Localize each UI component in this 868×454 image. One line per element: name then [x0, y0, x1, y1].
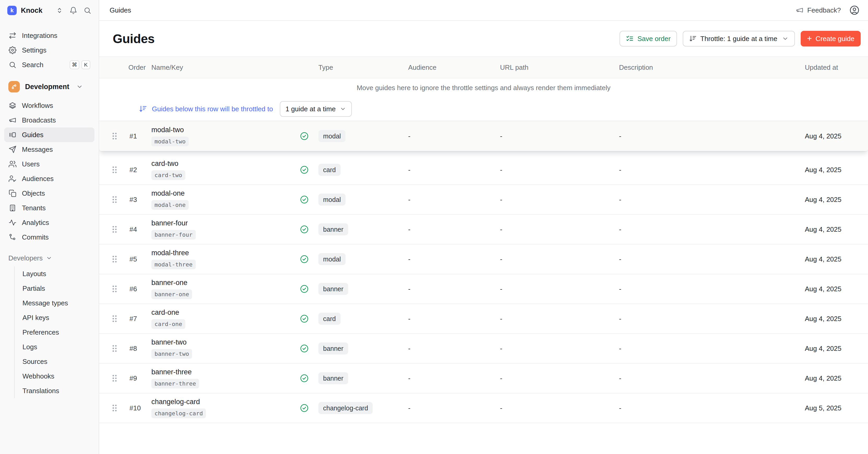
- sidebar-item-message-types[interactable]: Message types: [14, 296, 99, 310]
- sidebar-item-label: Analytics: [22, 219, 49, 227]
- table-row[interactable]: #3 modal-one modal-one modal - - - Aug 4…: [99, 185, 868, 215]
- drag-handle-icon[interactable]: [112, 404, 119, 412]
- page-actions: Save order Throttle: 1 guide at a time +…: [620, 31, 861, 47]
- guide-name: banner-one: [151, 279, 187, 287]
- column-header-audience: Audience: [408, 63, 500, 72]
- table-row[interactable]: #10 changelog-card changelog-card change…: [99, 393, 868, 423]
- drag-handle-icon[interactable]: [112, 314, 119, 323]
- guide-url-path: -: [500, 166, 619, 174]
- sidebar-item-label: Preferences: [23, 328, 59, 336]
- guide-description: -: [619, 255, 805, 263]
- sidebar-item-messages[interactable]: Messages: [4, 142, 94, 157]
- check-circle-icon: [300, 132, 318, 141]
- guide-order: #1: [128, 132, 151, 140]
- guide-name: card-one: [151, 309, 179, 317]
- table-row[interactable]: #5 modal-three modal-three modal - - - A…: [99, 245, 868, 274]
- sidebar-item-label: Audiences: [22, 175, 54, 183]
- guide-audience: -: [408, 374, 500, 382]
- sidebar-item-search[interactable]: Search ⌘ K: [4, 57, 94, 72]
- sidebar-item-broadcasts[interactable]: Broadcasts: [4, 113, 94, 127]
- bell-icon[interactable]: [69, 6, 77, 15]
- guide-audience: -: [408, 404, 500, 412]
- sort-descending-icon: [689, 35, 697, 42]
- sidebar-item-tenants[interactable]: Tenants: [4, 201, 94, 215]
- table-row[interactable]: #1 modal-two modal-two modal - - - Aug 4…: [99, 121, 868, 151]
- guide-name-key: modal-one modal-one: [151, 189, 300, 210]
- sidebar-item-commits[interactable]: Commits: [4, 230, 94, 245]
- save-order-button[interactable]: Save order: [620, 31, 677, 47]
- guide-audience: -: [408, 285, 500, 293]
- sidebar-item-preferences[interactable]: Preferences: [14, 325, 99, 340]
- sidebar-item-label: Sources: [23, 358, 47, 366]
- k-keycap: K: [82, 60, 90, 69]
- guide-type-cell: modal: [318, 253, 408, 265]
- guide-description: -: [619, 285, 805, 293]
- guide-audience: -: [408, 315, 500, 323]
- table-row[interactable]: #2 card-two card-two card - - - Aug 4, 2…: [99, 155, 868, 185]
- drag-handle-icon[interactable]: [112, 166, 119, 174]
- sidebar-item-translations[interactable]: Translations: [14, 384, 99, 398]
- guide-status: [300, 254, 318, 264]
- environment-label: Development: [25, 83, 69, 91]
- sidebar-item-api-keys[interactable]: API keys: [14, 310, 99, 325]
- column-header-type: Type: [318, 63, 408, 72]
- table-row[interactable]: #7 card-one card-one card - - - Aug 4, 2…: [99, 304, 868, 334]
- workspace-name: Knock: [21, 6, 42, 15]
- throttle-dropdown-button[interactable]: Throttle: 1 guide at a time: [683, 31, 795, 47]
- table-row[interactable]: #8 banner-two banner-two banner - - - Au…: [99, 334, 868, 364]
- table-row[interactable]: #4 banner-four banner-four banner - - - …: [99, 215, 868, 245]
- sidebar-item-logs[interactable]: Logs: [14, 340, 99, 354]
- guide-url-path: -: [500, 345, 619, 353]
- guide-type-cell: modal: [318, 194, 408, 205]
- drag-handle-icon[interactable]: [112, 195, 119, 204]
- guide-name-key: modal-two modal-two: [151, 126, 300, 146]
- activity-icon: [8, 219, 17, 226]
- guide-status: [300, 284, 318, 293]
- drag-handle-icon[interactable]: [112, 225, 119, 233]
- sidebar-item-integrations[interactable]: Integrations: [4, 28, 94, 43]
- table-row[interactable]: #6 banner-one banner-one banner - - - Au…: [99, 274, 868, 304]
- user-check-icon: [8, 175, 17, 182]
- user-avatar-icon[interactable]: [849, 5, 860, 16]
- sidebar-item-layouts[interactable]: Layouts: [14, 266, 99, 281]
- chevron-down-icon: [782, 35, 789, 42]
- dropzone-text: Move guides here to ignore the throttle …: [357, 84, 611, 92]
- guide-name-key: banner-three banner-three: [151, 368, 300, 389]
- drag-handle-icon[interactable]: [112, 255, 119, 263]
- sidebar-item-sources[interactable]: Sources: [14, 354, 99, 369]
- throttle-divider-text[interactable]: Guides below this row will be throttled …: [152, 105, 273, 113]
- guide-type-cell: modal: [318, 130, 408, 142]
- feedback-button[interactable]: Feedback?: [796, 6, 841, 15]
- sidebar-item-objects[interactable]: Objects: [4, 186, 94, 201]
- sidebar-item-label: Workflows: [22, 102, 53, 110]
- drag-handle-icon[interactable]: [112, 344, 119, 353]
- sidebar-item-guides[interactable]: Guides: [4, 127, 94, 142]
- layers-icon: [8, 102, 17, 109]
- sidebar-item-label: Layouts: [23, 270, 46, 278]
- sidebar-item-analytics[interactable]: Analytics: [4, 215, 94, 230]
- search-icon[interactable]: [84, 6, 91, 15]
- sidebar-item-partials[interactable]: Partials: [14, 281, 99, 296]
- guide-key: changelog-card: [151, 408, 206, 419]
- developers-section-toggle[interactable]: Developers: [0, 251, 99, 265]
- drag-handle-icon[interactable]: [112, 132, 119, 140]
- sidebar-item-webhooks[interactable]: Webhooks: [14, 369, 99, 384]
- knock-logo[interactable]: k: [7, 6, 17, 15]
- throttle-amount-select[interactable]: 1 guide at a time: [280, 101, 352, 117]
- workspace-switcher-icon[interactable]: [56, 7, 63, 14]
- sidebar-item-settings[interactable]: Settings: [4, 43, 94, 57]
- sidebar-item-users[interactable]: Users: [4, 157, 94, 171]
- guide-key: banner-two: [151, 349, 192, 359]
- breadcrumb[interactable]: Guides: [110, 6, 131, 15]
- create-guide-button[interactable]: + Create guide: [801, 31, 861, 47]
- guide-type-cell: changelog-card: [318, 402, 408, 414]
- drag-handle-icon[interactable]: [112, 374, 119, 382]
- sidebar-item-workflows[interactable]: Workflows: [4, 98, 94, 113]
- guide-key: modal-one: [151, 200, 189, 210]
- drag-handle-icon[interactable]: [112, 285, 119, 293]
- environment-switcher[interactable]: Development: [4, 78, 94, 95]
- sidebar-item-label: Objects: [22, 189, 45, 197]
- unthrottled-dropzone[interactable]: Move guides here to ignore the throttle …: [99, 78, 868, 97]
- table-row[interactable]: #9 banner-three banner-three banner - - …: [99, 364, 868, 393]
- sidebar-item-audiences[interactable]: Audiences: [4, 171, 94, 186]
